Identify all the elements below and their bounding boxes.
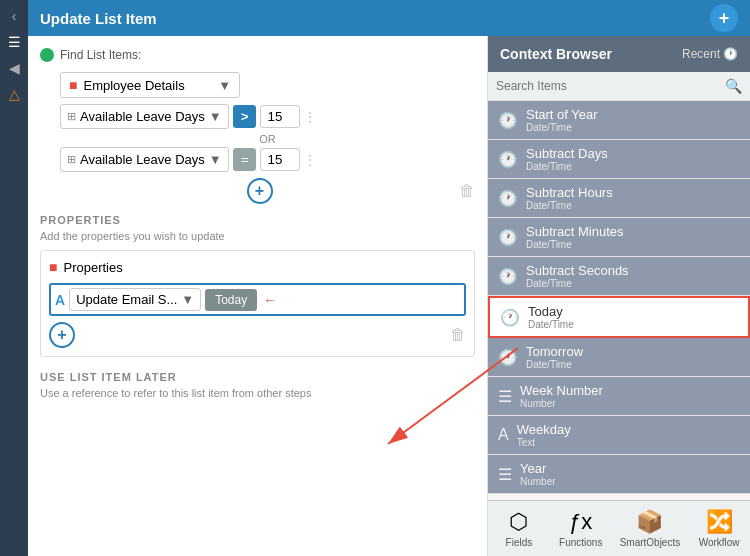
filter1-field-label: Available Leave Days (80, 109, 205, 124)
context-item-text: Subtract Days Date/Time (526, 146, 608, 172)
context-item-icon: A (498, 426, 509, 444)
add-filter-area: + (60, 178, 459, 204)
tab-icon: 🔀 (706, 509, 733, 535)
use-later-title: USE LIST ITEM LATER (40, 371, 475, 383)
use-later-desc: Use a reference to refer to this list it… (40, 387, 475, 399)
context-item-icon: 🕐 (498, 348, 518, 367)
filter2-operator-button[interactable]: = (233, 148, 257, 171)
context-item-type: Date/Time (526, 200, 613, 211)
filter-row-2: ⊞ Available Leave Days ▼ = ⋮ (60, 147, 475, 172)
add-property-button[interactable]: + (49, 322, 75, 348)
tab-fields[interactable]: ⬡ Fields (488, 505, 550, 552)
recent-button[interactable]: Recent 🕐 (682, 47, 738, 61)
delete-property-icon[interactable]: 🗑 (450, 326, 466, 344)
find-list-items-row: Find List Items: (40, 48, 475, 62)
context-item-icon: ☰ (498, 387, 512, 406)
context-item-name: Start of Year (526, 107, 598, 122)
context-list-item[interactable]: 🕐 Subtract Seconds Date/Time (488, 257, 750, 296)
context-list-item[interactable]: 🕐 Subtract Minutes Date/Time (488, 218, 750, 257)
nav-back-icon[interactable]: ‹ (2, 4, 26, 28)
filter2-field-dropdown[interactable]: ⊞ Available Leave Days ▼ (60, 147, 229, 172)
filter-row-1: ⊞ Available Leave Days ▼ > ⋮ (60, 104, 475, 129)
context-list-item[interactable]: 🕐 Today Date/Time (488, 296, 750, 338)
page-title: Update List Item (40, 10, 157, 27)
context-list-item[interactable]: ☰ Year Number (488, 455, 750, 494)
context-list-item[interactable]: 🕐 Start of Year Date/Time (488, 101, 750, 140)
context-item-type: Number (520, 476, 556, 487)
active-indicator (40, 48, 54, 62)
search-input[interactable] (496, 79, 725, 93)
chevron-down-icon: ▼ (218, 78, 231, 93)
context-item-type: Number (520, 398, 603, 409)
clock-icon: 🕐 (723, 47, 738, 61)
chevron-down-icon-4: ▼ (181, 292, 194, 307)
drag-handle-icon: ⋮ (304, 110, 316, 124)
delete-filter-icon[interactable]: 🗑 (459, 182, 475, 200)
context-item-type: Date/Time (528, 319, 574, 330)
use-later-section: USE LIST ITEM LATER Use a reference to r… (40, 371, 475, 399)
context-item-icon: 🕐 (498, 111, 518, 130)
filter1-field-dropdown[interactable]: ⊞ Available Leave Days ▼ (60, 104, 229, 129)
tab-functions[interactable]: ƒx Functions (550, 505, 612, 552)
tab-smartobjects[interactable]: 📦 SmartObjects (612, 505, 689, 552)
tab-icon: 📦 (636, 509, 663, 535)
properties-icon: ■ (49, 259, 57, 275)
add-filter-button[interactable]: + (247, 178, 273, 204)
properties-section-title: PROPERTIES (40, 214, 475, 226)
context-item-icon: 🕐 (498, 267, 518, 286)
context-item-name: Subtract Seconds (526, 263, 629, 278)
context-list-item[interactable]: ☰ Week Number Number (488, 377, 750, 416)
context-browser-title: Context Browser (500, 46, 612, 62)
property-row-1: A Update Email S... ▼ Today ← (49, 283, 466, 316)
chevron-down-icon-3: ▼ (209, 152, 222, 167)
context-item-type: Date/Time (526, 278, 629, 289)
context-list-item[interactable]: 🕐 Tomorrow Date/Time (488, 338, 750, 377)
context-list-item[interactable]: A Weekday Text (488, 416, 750, 455)
properties-box: ■ Properties A Update Email S... ▼ Today… (40, 250, 475, 357)
tab-workflow[interactable]: 🔀 Workflow (688, 505, 750, 552)
header: Update List Item + (28, 0, 750, 36)
filter1-operator-button[interactable]: > (233, 105, 257, 128)
filter1-value-input[interactable] (260, 105, 300, 128)
context-item-icon: 🕐 (498, 228, 518, 247)
filter2-value-input[interactable] (260, 148, 300, 171)
context-item-name: Year (520, 461, 556, 476)
today-button[interactable]: Today (205, 289, 257, 311)
context-list: 🕐 Start of Year Date/Time 🕐 Subtract Day… (488, 101, 750, 500)
context-list-item[interactable]: 🕐 Subtract Hours Date/Time (488, 179, 750, 218)
add-button[interactable]: + (710, 4, 738, 32)
properties-header: ■ Properties (49, 259, 466, 275)
tab-label: SmartObjects (620, 537, 681, 548)
context-item-type: Date/Time (526, 122, 598, 133)
left-sidebar: ‹ ☰ ◀ △ (0, 0, 28, 556)
tab-label: Functions (559, 537, 602, 548)
context-item-type: Text (517, 437, 571, 448)
employee-details-dropdown[interactable]: ■ Employee Details ▼ (60, 72, 240, 98)
context-item-text: Start of Year Date/Time (526, 107, 598, 133)
filter-actions-row: + 🗑 (60, 178, 475, 204)
drag-handle-icon-2: ⋮ (304, 153, 316, 167)
context-item-type: Date/Time (526, 359, 583, 370)
nav-warning-icon[interactable]: △ (2, 82, 26, 106)
nav-list-icon[interactable]: ☰ (2, 30, 26, 54)
tab-icon: ƒx (569, 509, 592, 535)
context-item-name: Subtract Hours (526, 185, 613, 200)
prop-type-a-icon: A (55, 292, 65, 308)
context-item-name: Week Number (520, 383, 603, 398)
context-item-name: Tomorrow (526, 344, 583, 359)
bottom-tab-bar: ⬡ Fields ƒx Functions 📦 SmartObjects 🔀 W… (488, 500, 750, 556)
properties-label: Properties (63, 260, 122, 275)
prop-field-dropdown[interactable]: Update Email S... ▼ (69, 288, 201, 311)
grid-icon: ■ (69, 77, 77, 93)
context-item-text: Subtract Seconds Date/Time (526, 263, 629, 289)
properties-section-desc: Add the properties you wish to update (40, 230, 475, 242)
context-list-item[interactable]: 🕐 Subtract Days Date/Time (488, 140, 750, 179)
context-item-icon: 🕐 (498, 150, 518, 169)
main-content: Update List Item + Find List Items: ■ Em… (28, 0, 750, 556)
context-item-icon: ☰ (498, 465, 512, 484)
employee-details-row: ■ Employee Details ▼ (60, 72, 475, 98)
nav-edit-icon[interactable]: ◀ (2, 56, 26, 80)
recent-label: Recent (682, 47, 720, 61)
tab-label: Fields (506, 537, 533, 548)
context-item-type: Date/Time (526, 239, 624, 250)
